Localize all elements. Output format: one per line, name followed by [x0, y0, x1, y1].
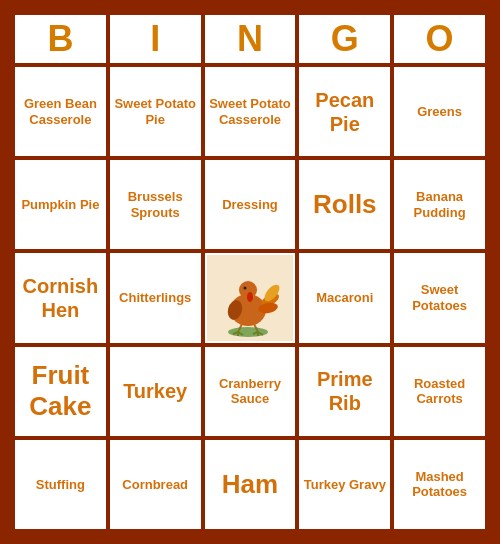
cell-r0-c1: Sweet Potato Pie: [108, 65, 203, 158]
cell-r0-c2: Sweet Potato Casserole: [203, 65, 298, 158]
cell-r2-c2: [203, 251, 298, 344]
free-space-image: [207, 255, 294, 340]
cell-r2-c0: Cornish Hen: [13, 251, 108, 344]
letter-i: I: [108, 13, 203, 65]
cell-r3-c2: Cranberry Sauce: [203, 345, 298, 438]
svg-point-3: [247, 292, 253, 302]
cell-r0-c3: Pecan Pie: [297, 65, 392, 158]
cell-r2-c4: Sweet Potatoes: [392, 251, 487, 344]
cell-r2-c1: Chitterlings: [108, 251, 203, 344]
bingo-grid: Green Bean CasseroleSweet Potato PieSwee…: [13, 65, 487, 531]
bingo-card: B I N G O Green Bean CasseroleSweet Pota…: [10, 10, 490, 534]
cell-r1-c1: Brussels Sprouts: [108, 158, 203, 251]
cell-r2-c3: Macaroni: [297, 251, 392, 344]
cell-r1-c0: Pumpkin Pie: [13, 158, 108, 251]
cell-r4-c0: Stuffing: [13, 438, 108, 531]
bingo-header: B I N G O: [13, 13, 487, 65]
letter-n: N: [203, 13, 298, 65]
svg-point-17: [228, 327, 268, 337]
cell-r4-c2: Ham: [203, 438, 298, 531]
cell-r0-c4: Greens: [392, 65, 487, 158]
cell-r4-c3: Turkey Gravy: [297, 438, 392, 531]
cell-r3-c0: Fruit Cake: [13, 345, 108, 438]
cell-r0-c0: Green Bean Casserole: [13, 65, 108, 158]
cell-r3-c4: Roasted Carrots: [392, 345, 487, 438]
letter-g: G: [297, 13, 392, 65]
cell-r1-c2: Dressing: [203, 158, 298, 251]
letter-b: B: [13, 13, 108, 65]
cell-r4-c1: Cornbread: [108, 438, 203, 531]
cell-r1-c4: Banana Pudding: [392, 158, 487, 251]
svg-point-4: [243, 286, 246, 289]
letter-o: O: [392, 13, 487, 65]
cell-r3-c3: Prime Rib: [297, 345, 392, 438]
cell-r1-c3: Rolls: [297, 158, 392, 251]
cell-r3-c1: Turkey: [108, 345, 203, 438]
cell-r4-c4: Mashed Potatoes: [392, 438, 487, 531]
